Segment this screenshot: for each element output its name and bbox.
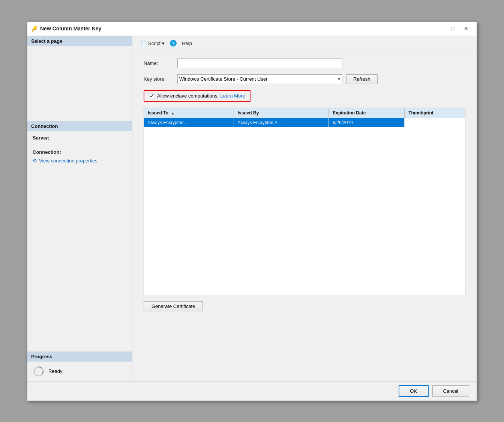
server-value: . [33,141,127,146]
refresh-button[interactable]: Refresh [346,74,378,84]
table-header-row: Issued To ▲ Issued By Expiration Date [144,108,465,118]
progress-info: Ready [27,362,132,381]
col-issued-to-label: Issued To [148,110,168,116]
learn-more-link[interactable]: Learn More [220,93,245,99]
window-icon: 🔑 [31,26,37,32]
enclave-checkbox[interactable] [149,93,154,98]
maximize-button[interactable]: □ [446,24,459,33]
generate-certificate-button[interactable]: Generate Certificate [144,301,203,311]
view-connection-link[interactable]: ⚙ View connection properties [33,158,127,164]
help-icon: ? [170,40,177,47]
name-label: Name: [144,60,177,66]
script-button[interactable]: 📄 Script ▾ [138,39,168,48]
keystore-label: Key store: [144,76,177,82]
title-bar-left: 🔑 New Column Master Key [31,26,101,32]
cancel-button[interactable]: Cancel [432,385,469,397]
spinner-icon [33,365,45,377]
keystore-select[interactable]: Windows Certificate Store - Current User… [177,74,342,84]
connection-icon: ⚙ [33,158,37,164]
progress-header: Progress [27,351,132,362]
sidebar: Select a page Connection Server: . Conne… [27,36,132,381]
col-expiration-label: Expiration Date [333,110,366,116]
connection-header: Connection [27,121,132,131]
close-button[interactable]: ✕ [459,24,473,33]
main-panel: 📄 Script ▾ ? Help Name: Key store: [132,36,477,381]
col-thumbprint[interactable]: Thumbprint [405,108,465,118]
toolbar: 📄 Script ▾ ? Help [132,36,477,51]
checkmark-icon [149,93,154,98]
form-area: Name: Key store: Windows Certificate Sto… [132,51,477,381]
select-page-header: Select a page [27,36,132,46]
cell-thumbprint [405,118,465,127]
sidebar-spacer [27,167,132,351]
title-bar: 🔑 New Column Master Key — □ ✕ [27,22,477,36]
script-icon: 📄 [141,41,147,46]
keystore-row: Key store: Windows Certificate Store - C… [144,74,465,84]
keystore-select-wrapper: Windows Certificate Store - Current User… [177,74,342,84]
view-connection-text: View connection properties [39,158,98,164]
name-row: Name: [144,59,465,68]
cert-table: Issued To ▲ Issued By Expiration Date [144,108,465,127]
table-row[interactable]: Always Encrypted ... Always Encrypted A.… [144,118,465,127]
ready-label: Ready [48,368,63,374]
enclave-row: Allow enclave computations Learn More [144,90,250,102]
cell-issued-by: Always Encrypted A... [234,118,329,127]
title-bar-controls: — □ ✕ [432,24,473,33]
connection-label: Connection: [33,149,127,155]
bottom-bar: OK Cancel [27,381,477,401]
window-title: New Column Master Key [40,26,101,32]
script-dropdown-icon: ▾ [162,41,165,46]
content-area: Select a page Connection Server: . Conne… [27,36,477,381]
sidebar-pages [27,46,132,121]
connection-info: Server: . Connection: ⚙ View connection … [27,131,132,167]
col-thumbprint-label: Thumbprint [408,110,434,116]
col-issued-by[interactable]: Issued By [234,108,329,118]
cert-table-container: Issued To ▲ Issued By Expiration Date [144,108,465,295]
ok-button[interactable]: OK [399,385,429,397]
enclave-label: Allow enclave computations [157,93,217,99]
script-label: Script [148,41,160,46]
col-issued-by-label: Issued By [238,110,259,116]
name-input[interactable] [177,59,342,68]
server-label: Server: [33,135,127,141]
col-expiration-date[interactable]: Expiration Date [329,108,405,118]
cell-issued-to: Always Encrypted ... [144,118,234,127]
cell-expiration-date: 6/26/2019 [329,118,405,127]
col-issued-to[interactable]: Issued To ▲ [144,108,234,118]
minimize-button[interactable]: — [432,24,446,33]
connection-section: Connection Server: . Connection: ⚙ View … [27,121,132,167]
help-button[interactable]: Help [179,39,195,48]
help-label: Help [182,41,192,46]
sort-arrow-issued-to: ▲ [171,111,174,115]
progress-section: Progress Ready [27,351,132,381]
main-window: 🔑 New Column Master Key — □ ✕ Select a p… [27,21,477,401]
